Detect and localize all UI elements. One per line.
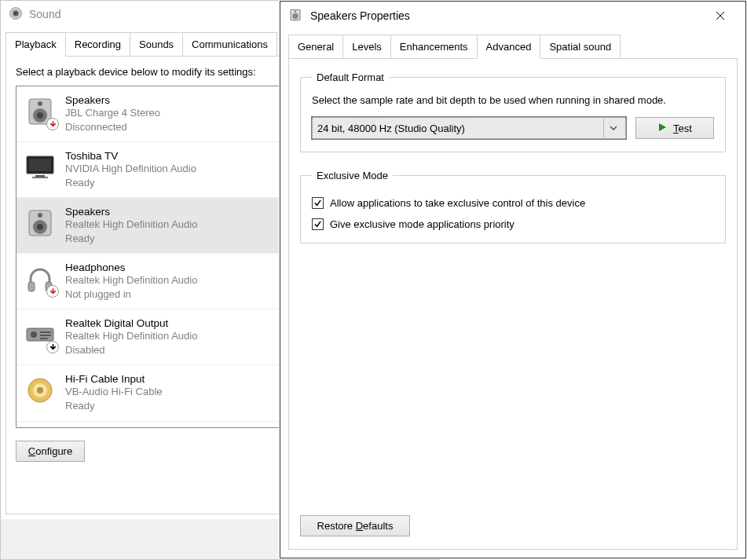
device-name: Speakers	[65, 94, 160, 106]
svg-point-18	[31, 331, 37, 338]
device-state: Ready	[65, 399, 163, 413]
svg-rect-15	[28, 282, 35, 291]
device-name: Speakers	[65, 206, 197, 218]
svg-point-27	[295, 10, 296, 12]
tab-levels[interactable]: Levels	[342, 35, 391, 59]
tab-recording[interactable]: Recording	[65, 32, 130, 57]
svg-point-2	[15, 12, 17, 14]
device-name: Hi-Fi Cable Input	[65, 373, 163, 385]
speakers-properties-window: Speakers Properties General Levels Enhan…	[280, 1, 746, 558]
exclusive-mode-legend: Exclusive Mode	[312, 170, 393, 181]
device-sub: Realtek High Definition Audio	[65, 218, 197, 232]
jack-icon	[23, 373, 57, 408]
svg-rect-10	[32, 177, 48, 178]
device-name: Headphones	[65, 262, 197, 273]
device-sub: NVIDIA High Definition Audio	[65, 162, 196, 176]
props-body: Default Format Select the sample rate an…	[288, 58, 738, 550]
svg-rect-19	[40, 331, 51, 333]
test-button[interactable]: Test	[635, 117, 714, 139]
device-sub: Realtek High Definition Audio	[65, 329, 197, 343]
close-button[interactable]	[703, 5, 738, 27]
svg-point-6	[38, 101, 42, 106]
default-format-group: Default Format Select the sample rate an…	[300, 71, 726, 152]
props-tabs: General Levels Enhancements Advanced Spa…	[280, 35, 745, 59]
tab-playback[interactable]: Playback	[5, 32, 66, 57]
svg-rect-20	[40, 335, 51, 336]
tab-communications[interactable]: Communications	[182, 32, 277, 57]
restore-defaults-button[interactable]: Restore Defaults	[300, 515, 410, 536]
allow-exclusive-label: Allow applications to take exclusive con…	[330, 197, 585, 209]
tab-general[interactable]: General	[288, 35, 343, 59]
device-sub: Realtek High Definition Audio	[65, 273, 197, 287]
play-icon	[657, 123, 667, 134]
allow-exclusive-checkbox[interactable]	[312, 197, 324, 209]
sample-rate-select[interactable]: 24 bit, 48000 Hz (Studio Quality)	[312, 117, 626, 139]
speaker-box-icon	[23, 206, 57, 240]
svg-point-26	[292, 13, 298, 19]
sample-rate-value: 24 bit, 48000 Hz (Studio Quality)	[317, 123, 465, 134]
speaker-icon	[9, 6, 23, 23]
exclusive-mode-group: Exclusive Mode Allow applications to tak…	[300, 170, 726, 243]
device-state: Ready	[65, 232, 197, 246]
svg-point-13	[37, 224, 43, 230]
svg-rect-8	[29, 159, 51, 171]
device-state: Disconnected	[65, 120, 160, 134]
speaker-box-icon	[23, 94, 57, 129]
tab-spatial-sound[interactable]: Spatial sound	[540, 35, 621, 59]
device-state: Not plugged in	[65, 287, 197, 302]
svg-point-24	[37, 387, 43, 393]
svg-point-5	[37, 112, 43, 119]
svg-point-14	[38, 213, 42, 218]
device-sub: VB-Audio Hi-Fi Cable	[65, 385, 163, 399]
device-state: Disabled	[65, 343, 197, 357]
device-state: Ready	[65, 176, 196, 190]
tv-icon	[23, 150, 57, 185]
tab-advanced[interactable]: Advanced	[477, 35, 541, 59]
configure-button[interactable]: Configure	[16, 441, 85, 462]
svg-rect-21	[40, 338, 48, 339]
arrow-down-icon	[46, 118, 59, 130]
device-name: Realtek Digital Output	[65, 317, 197, 329]
tab-sounds[interactable]: Sounds	[130, 32, 183, 57]
sound-title: Sound	[29, 8, 60, 20]
exclusive-priority-checkbox[interactable]	[312, 218, 324, 230]
props-title: Speakers Properties	[310, 9, 410, 22]
props-title-bar: Speakers Properties	[280, 2, 745, 30]
device-name: Toshiba TV	[65, 150, 196, 162]
exclusive-priority-label: Give exclusive mode applications priorit…	[330, 218, 514, 230]
default-format-desc: Select the sample rate and bit depth to …	[312, 94, 714, 106]
receiver-icon	[23, 317, 57, 352]
tab-enhancements[interactable]: Enhancements	[390, 35, 478, 59]
device-sub: JBL Charge 4 Stereo	[65, 106, 160, 120]
speaker-icon	[288, 8, 302, 24]
svg-rect-9	[35, 175, 45, 177]
headphones-icon	[23, 262, 57, 296]
default-format-legend: Default Format	[312, 71, 389, 83]
chevron-down-icon	[603, 119, 622, 137]
